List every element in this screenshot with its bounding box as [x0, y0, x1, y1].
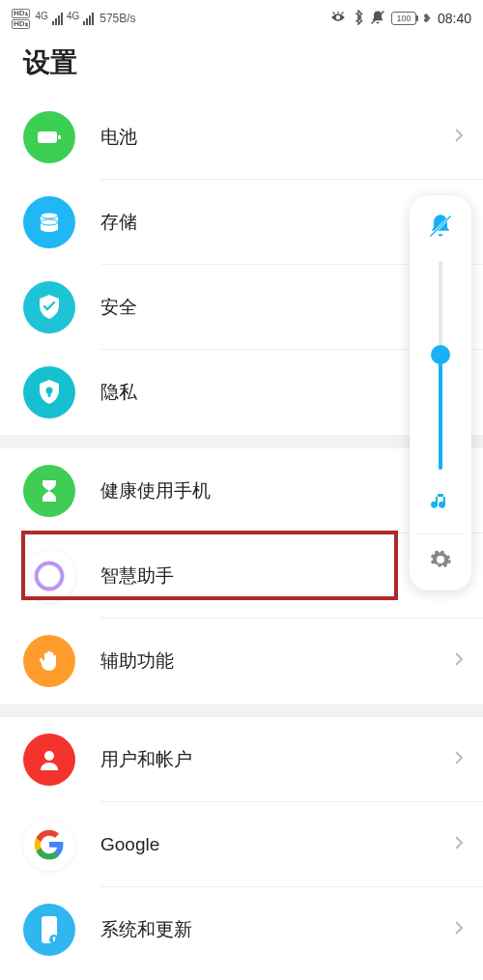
group-divider	[0, 704, 483, 717]
hd2-badge: HD₂	[12, 19, 30, 29]
row-accessibility[interactable]: 辅助功能	[0, 619, 483, 704]
status-bar: HD₁ HD₂ 4G 4G 575B/s 100 ❥ 08:40	[0, 0, 483, 33]
signal-2: 4G	[67, 13, 94, 25]
bluetooth-icon	[353, 10, 364, 28]
svg-rect-1	[38, 131, 57, 143]
data-rate: 575B/s	[99, 12, 135, 25]
chevron-right-icon	[454, 750, 464, 769]
bell-mute-icon[interactable]	[427, 213, 454, 244]
chevron-right-icon	[454, 835, 464, 854]
row-label: 用户和帐户	[100, 747, 454, 772]
row-label: 系统和更新	[100, 917, 454, 942]
svg-point-15	[44, 751, 54, 761]
dnd-icon	[370, 10, 385, 28]
volume-thumb[interactable]	[431, 345, 450, 364]
user-icon	[23, 734, 75, 786]
row-label: 辅助功能	[100, 649, 454, 674]
volume-panel[interactable]	[410, 195, 471, 591]
page-title: 设置	[0, 33, 483, 95]
row-label: Google	[100, 834, 454, 855]
row-battery[interactable]: 电池	[0, 95, 483, 180]
privacy-shield-icon	[23, 366, 75, 418]
leaf-icon: ❥	[422, 12, 432, 25]
phone-update-icon	[23, 904, 75, 956]
shield-check-icon	[23, 281, 75, 333]
gear-icon[interactable]	[429, 548, 452, 575]
row-label: 智慧助手	[100, 563, 454, 589]
music-note-icon[interactable]	[429, 491, 452, 518]
row-label: 隐私	[100, 380, 454, 405]
battery-icon	[23, 111, 75, 163]
row-label: 安全	[100, 295, 454, 320]
row-label: 电池	[100, 125, 454, 150]
status-left: HD₁ HD₂ 4G 4G 575B/s	[12, 9, 136, 29]
hd1-badge: HD₁	[12, 9, 30, 18]
battery-indicator: 100	[391, 12, 416, 25]
row-system[interactable]: 系统和更新	[0, 887, 483, 972]
clock: 08:40	[438, 11, 471, 26]
svg-rect-2	[58, 135, 61, 139]
svg-point-14	[38, 564, 61, 588]
row-label: 健康使用手机	[100, 478, 454, 504]
row-users[interactable]: 用户和帐户	[0, 717, 483, 802]
row-label: 存储	[100, 210, 454, 235]
google-icon	[23, 819, 75, 871]
row-google[interactable]: Google	[0, 802, 483, 887]
chevron-right-icon	[454, 651, 464, 671]
svg-point-7	[41, 226, 58, 232]
svg-rect-11	[48, 391, 51, 397]
assistant-icon	[23, 550, 75, 602]
storage-icon	[23, 196, 75, 248]
status-right: 100 ❥ 08:40	[329, 10, 471, 28]
signal-1: 4G	[36, 13, 63, 25]
hand-icon	[23, 635, 75, 687]
eye-icon	[329, 11, 347, 27]
hourglass-icon	[23, 465, 75, 517]
chevron-right-icon	[454, 128, 464, 147]
volume-slider[interactable]	[439, 261, 442, 470]
chevron-right-icon	[454, 920, 464, 939]
divider	[417, 533, 464, 534]
